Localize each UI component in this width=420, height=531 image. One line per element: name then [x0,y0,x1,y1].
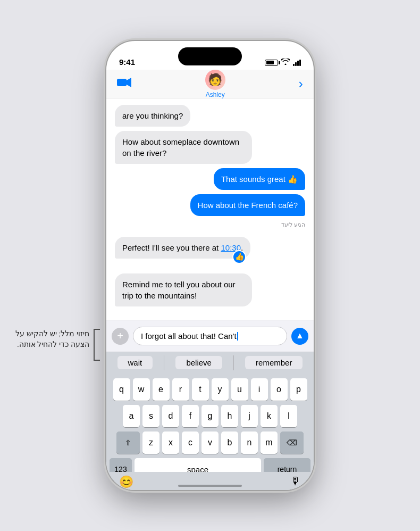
key-h[interactable]: h [221,405,238,427]
pred-divider-1 [164,355,164,370]
message-text: That sounds great 👍 [221,175,298,184]
keyboard-row-2: a s d f g h j k l [110,405,310,427]
key-u[interactable]: u [231,378,248,401]
key-x[interactable]: x [162,432,179,454]
battery-fill [266,61,274,64]
message-bubble: How about the French café? [190,194,305,216]
key-k[interactable]: k [261,405,278,427]
contact-info[interactable]: 🧑 Ashley [205,70,225,98]
reaction-badge: 👍 [232,250,246,264]
key-l[interactable]: l [280,405,297,427]
send-button[interactable]: ▲ [291,328,308,345]
signal-bar-1 [293,64,295,66]
message-row: That sounds great 👍 [115,168,305,190]
emoji-button[interactable]: 😊 [119,475,133,489]
key-f[interactable]: f [182,405,199,427]
backspace-key[interactable]: ⌫ [280,432,304,454]
key-r[interactable]: r [172,378,189,401]
video-call-button[interactable] [117,77,132,91]
key-q[interactable]: q [113,378,130,401]
key-o[interactable]: o [271,378,288,401]
message-row: Perfect! I'll see you there at 10:30. 👍 [115,237,305,265]
annotation-bracket [94,329,100,361]
key-b[interactable]: b [221,432,238,454]
dynamic-island [178,47,242,65]
message-bubble: How about someplace downtown on the rive… [115,131,252,164]
signal-bar-3 [297,61,299,66]
nav-chevron-icon[interactable]: › [298,76,303,92]
message-text: How about the French café? [198,201,298,210]
key-a[interactable]: a [123,405,140,427]
delivered-label: הגיע ליעד [115,221,305,228]
status-icons [265,59,301,67]
keyboard-row-3: ⇧ z x c v b n m ⌫ [110,432,310,454]
add-attachment-button[interactable]: + [112,328,129,345]
message-row: How about the French café? [115,194,305,216]
input-text: I forgot all about that! Can't [141,331,237,341]
annotation-text: חיזוי מלל; יש להקיש על הצעה כדי להחיל או… [10,329,89,351]
key-d[interactable]: d [162,405,179,427]
key-e[interactable]: e [153,378,170,401]
messages-area: are you thinking? How about someplace do… [106,98,314,320]
signal-bar-2 [295,62,297,66]
predictive-word-2[interactable]: believe [175,356,222,369]
nav-bar: 🧑 Ashley › [106,70,314,98]
predictive-word-1[interactable]: wait [117,356,153,369]
annotation: חיזוי מלל; יש להקיש על הצעה כדי להחיל או… [10,329,100,361]
signal-bar-4 [299,60,301,66]
key-j[interactable]: j [241,405,258,427]
message-row: How about someplace downtown on the rive… [115,131,305,164]
message-text: Perfect! I'll see you there at 10:30. [122,243,243,252]
contact-name: Ashley [206,91,225,98]
battery-icon [265,60,278,66]
microphone-button[interactable]: 🎙 [290,475,301,487]
predictive-word-3[interactable]: remember [245,356,303,369]
key-y[interactable]: y [212,378,229,401]
status-time: 9:41 [119,57,135,67]
message-bubble: Remind me to tell you about our trip to … [115,273,252,306]
key-m[interactable]: m [261,432,278,454]
phone-frame: 9:41 [106,41,314,490]
input-area: + I forgot all about that! Can't ▲ [106,320,314,352]
key-z[interactable]: z [142,432,159,454]
key-w[interactable]: w [133,378,150,401]
key-g[interactable]: g [201,405,219,427]
pred-divider-2 [233,355,234,370]
text-cursor [237,332,238,341]
key-p[interactable]: p [290,378,307,401]
key-n[interactable]: n [241,432,258,454]
key-t[interactable]: t [192,378,209,401]
key-c[interactable]: c [182,432,199,454]
predictive-bar: wait believe remember [106,352,314,373]
keyboard-row-1: q w e r t y u i o p [110,378,310,401]
signal-icon [293,60,301,66]
message-bubble: Perfect! I'll see you there at 10:30. 👍 [115,237,250,259]
message-input[interactable]: I forgot all about that! Can't [133,327,287,345]
scene: חיזוי מלל; יש להקיש על הצעה כדי להחיל או… [0,0,420,531]
message-text: Remind me to tell you about our trip to … [122,280,236,300]
message-bubble: That sounds great 👍 [214,168,305,190]
send-icon: ▲ [296,331,304,341]
wifi-icon [281,59,290,67]
message-text: are you thinking? [122,111,183,120]
avatar: 🧑 [205,70,225,90]
svg-marker-1 [127,78,131,87]
message-row: Remind me to tell you about our trip to … [115,273,305,306]
message-text: How about someplace downtown on the rive… [122,137,239,157]
message-bubble: are you thinking? [115,105,190,127]
bottom-bar: 😊 🎙 [106,472,314,490]
message-row: are you thinking? [115,105,305,127]
shift-key[interactable]: ⇧ [116,432,140,454]
svg-rect-0 [117,79,127,86]
key-v[interactable]: v [201,432,219,454]
home-indicator [178,485,242,487]
key-i[interactable]: i [251,378,268,401]
key-s[interactable]: s [142,405,159,427]
